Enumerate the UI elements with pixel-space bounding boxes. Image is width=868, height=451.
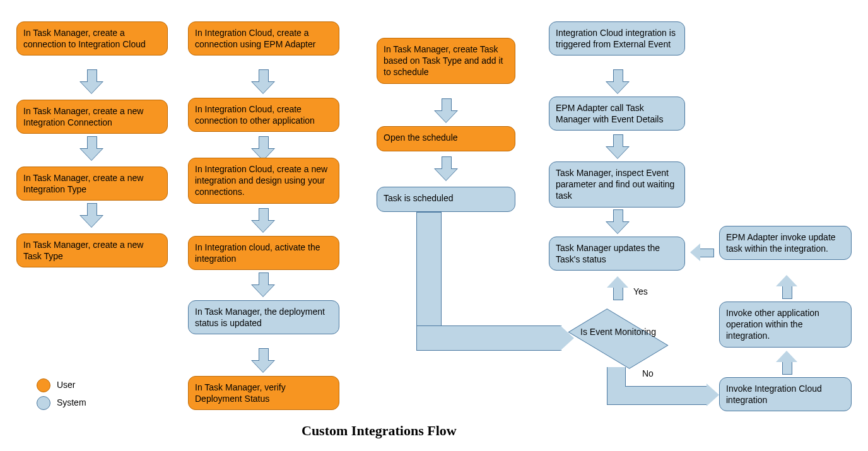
down-arrow-icon xyxy=(252,136,274,155)
down-arrow-icon xyxy=(252,69,274,95)
down-arrow-icon xyxy=(607,134,628,160)
col4-box1: Integration Cloud integration is trigger… xyxy=(549,21,685,56)
left-arrow-icon xyxy=(689,243,714,261)
col3-box1: In Task Manager, create Task based on Ta… xyxy=(377,38,515,84)
elbow-connector xyxy=(416,212,442,338)
col4-box2: EPM Adapter call Task Manager with Event… xyxy=(549,97,685,131)
up-arrow-icon xyxy=(776,274,797,299)
decision-diamond xyxy=(568,308,668,369)
col4-box4: Task Manager updates the Task's status xyxy=(549,237,685,271)
decision-no-label: No xyxy=(642,368,654,378)
col2-box6: In Task Manager, verify Deployment Statu… xyxy=(188,376,339,410)
col2-box3: In Integration Cloud, create a new integ… xyxy=(188,158,339,204)
down-arrow-icon xyxy=(252,272,274,298)
decision-label: Is Event Monitoring xyxy=(574,327,662,337)
down-arrow-icon xyxy=(81,203,102,228)
legend-system-label: System xyxy=(57,397,86,407)
down-arrow-icon xyxy=(435,156,457,182)
system-dot-icon xyxy=(37,396,50,410)
down-arrow-icon xyxy=(252,208,274,233)
col4-box3: Task Manager, inspect Event parameter an… xyxy=(549,161,685,208)
down-arrow-icon xyxy=(81,136,102,161)
legend-user-label: User xyxy=(57,380,76,390)
legend-user: User xyxy=(37,378,75,392)
up-arrow-icon xyxy=(607,275,628,300)
col2-box2: In Integration Cloud, create connection … xyxy=(188,98,339,132)
col5-box3: Invoke Integration Cloud integration xyxy=(719,377,852,411)
col1-box2: In Task Manager, create a new Integratio… xyxy=(16,100,168,134)
diagram-title: Custom Integrations Flow xyxy=(302,423,457,439)
col3-box2: Open the schedule xyxy=(377,126,515,151)
right-arrow-icon xyxy=(707,384,719,406)
col1-box3: In Task Manager, create a new Integratio… xyxy=(16,167,168,201)
col2-box1: In Integration Cloud, create a connectio… xyxy=(188,21,339,56)
user-dot-icon xyxy=(37,378,50,392)
col1-box4: In Task Manager, create a new Task Type xyxy=(16,233,168,267)
col1-box1: In Task Manager, create a connection to … xyxy=(16,21,168,56)
col3-box3: Task is scheduled xyxy=(377,187,515,212)
col2-box4: In Integration cloud, activate the integ… xyxy=(188,236,339,270)
down-arrow-icon xyxy=(435,98,457,124)
legend-system: System xyxy=(37,396,86,410)
col5-box2: Invoke other application operation withi… xyxy=(719,302,852,348)
join-patch xyxy=(417,326,441,339)
decision-yes-label: Yes xyxy=(633,286,648,296)
down-arrow-icon xyxy=(607,209,628,235)
col5-box1: EPM Adapter invoke update task within th… xyxy=(719,226,852,260)
up-arrow-icon xyxy=(776,349,797,375)
down-arrow-icon xyxy=(81,69,102,95)
col2-box5: In Task Manager, the deployment status i… xyxy=(188,300,339,334)
down-arrow-icon xyxy=(607,69,628,95)
no-join-patch xyxy=(607,385,625,394)
down-arrow-icon xyxy=(252,348,274,373)
